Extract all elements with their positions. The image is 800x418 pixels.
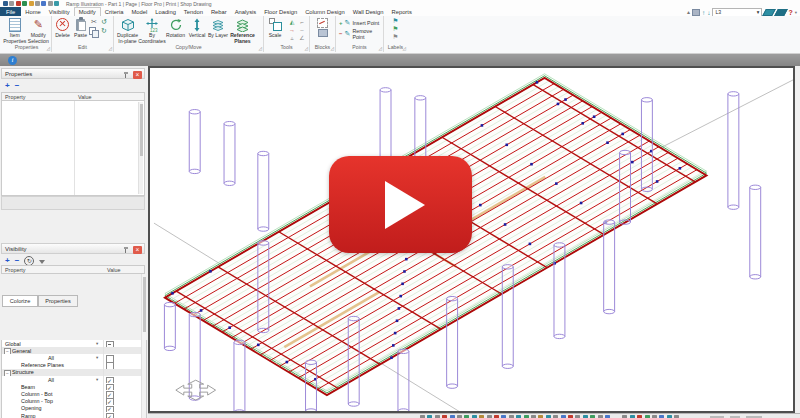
paste-button[interactable]: Paste	[72, 17, 89, 39]
copy-icon[interactable]	[89, 27, 99, 37]
tab-home[interactable]: Home	[21, 7, 44, 16]
quick-access-icon[interactable]	[22, 1, 27, 6]
quick-access-icon[interactable]	[29, 1, 34, 6]
dialog-launcher-icon[interactable]: ◿	[305, 46, 308, 51]
scrollbar[interactable]	[138, 102, 143, 194]
quick-access-icon[interactable]	[35, 1, 40, 6]
tab-floor-design[interactable]: Floor Design	[260, 7, 301, 16]
row-label: Global	[5, 341, 21, 347]
chevron-down-icon[interactable]: ▾	[96, 341, 98, 346]
remove-filter-button[interactable]: −	[15, 256, 20, 265]
pin-icon[interactable]	[123, 72, 128, 78]
tab-criteria[interactable]: Criteria	[101, 7, 128, 16]
scale-button[interactable]: Scale	[265, 17, 285, 39]
chevron-down-icon[interactable]: ▾	[96, 355, 98, 360]
visibility-row-ramp[interactable]: Ramp	[2, 412, 144, 418]
tab-loading[interactable]: Loading	[151, 7, 180, 16]
add-filter-button[interactable]: +	[5, 256, 10, 265]
rotation-button[interactable]: Rotation	[164, 17, 187, 39]
filter-icon[interactable]	[39, 260, 45, 264]
block-grid-icon[interactable]	[317, 18, 328, 28]
application-window: { "window": { "title": "Ramp Illustratio…	[0, 0, 800, 418]
group-caption: Labels	[388, 44, 403, 50]
mirror-icon[interactable]: ◭	[288, 18, 296, 26]
label-tag-icon[interactable]: ⚑	[393, 17, 399, 25]
quick-access-icon[interactable]	[3, 1, 8, 6]
dialog-launcher-icon[interactable]: ◿	[109, 46, 112, 51]
dash-icon[interactable]: –	[298, 26, 306, 34]
group-caption: Properties	[15, 44, 39, 50]
item-properties-button[interactable]: Item Properties	[3, 17, 27, 44]
quick-access-icon[interactable]	[48, 1, 53, 6]
chevron-down-icon[interactable]: ▾	[96, 377, 98, 382]
remove-property-button[interactable]: −	[15, 81, 20, 90]
scrollbar-thumb[interactable]	[143, 277, 146, 332]
tab-properties[interactable]: Properties	[38, 295, 78, 307]
duplicate-in-plane-button[interactable]: Duplicate In-plane	[115, 17, 140, 44]
pin-icon[interactable]	[123, 247, 128, 253]
block-icon[interactable]	[318, 29, 328, 37]
row-label: Structure	[12, 369, 34, 375]
ribbon-group-labels: ⚑ ⚑ ⚑ Labels ◿	[384, 16, 407, 52]
properties-panel-header[interactable]: Properties ×	[1, 68, 145, 79]
tab-tendon[interactable]: Tendon	[180, 7, 207, 16]
refresh-icon[interactable]: ↻	[24, 256, 34, 266]
delete-button[interactable]: Delete	[53, 17, 72, 39]
label-tag-icon[interactable]: ⚑	[393, 25, 399, 33]
dialog-launcher-icon[interactable]: ◿	[331, 46, 334, 51]
properties-grid[interactable]	[1, 101, 145, 196]
undo-icon[interactable]: ↺	[101, 18, 107, 26]
dialog-launcher-icon[interactable]: ◿	[259, 46, 262, 51]
cut-icon[interactable]: ✂	[91, 18, 97, 26]
tab-reports[interactable]: Reports	[388, 7, 416, 16]
ribbon: Item Properties ✎ Modify Selection Prope…	[0, 16, 800, 54]
quick-access-icon[interactable]	[41, 1, 46, 6]
scrollbar-thumb[interactable]	[140, 104, 143, 156]
properties-grid-header: Property Value	[1, 92, 145, 101]
tab-analysis[interactable]: Analysis	[231, 7, 261, 16]
tab-file[interactable]: File	[0, 7, 21, 16]
angle-icon[interactable]: ∠	[298, 34, 306, 42]
visibility-tree[interactable]: ▾Global−General▾AllReference Planes−Stru…	[1, 340, 147, 418]
tab-colorize[interactable]: Colorize	[2, 295, 38, 307]
properties-toolbar: + −	[2, 80, 147, 91]
dialog-launcher-icon[interactable]: ◿	[379, 46, 382, 51]
redo-icon[interactable]: ↻	[101, 27, 107, 35]
plane-view-icon-2[interactable]	[775, 9, 789, 16]
drawing-canvas[interactable]	[148, 66, 795, 413]
cube-view-icon[interactable]	[692, 9, 700, 16]
orientation-axes-icon	[176, 380, 216, 400]
youtube-play-button[interactable]	[329, 156, 472, 253]
quick-access-icon[interactable]	[16, 1, 21, 6]
tab-column-design[interactable]: Column Design	[301, 7, 349, 16]
row-label: All	[48, 377, 54, 383]
by-coordinates-button[interactable]: 123 By Coordinates	[140, 17, 164, 44]
tab-rebar[interactable]: Rebar	[207, 7, 231, 16]
tab-visibility[interactable]: Visibility	[45, 7, 74, 16]
close-panel-button[interactable]: ×	[133, 246, 142, 254]
visibility-checkbox[interactable]	[106, 413, 114, 418]
tab-model[interactable]: Model	[127, 7, 151, 16]
dialog-launcher-icon[interactable]: ◿	[47, 46, 50, 51]
label-tag-icon[interactable]: ⚑	[393, 33, 399, 41]
reference-planes-button[interactable]: Reference Planes	[229, 17, 256, 44]
remove-point-button[interactable]: − ✎ Remove Point	[339, 28, 382, 39]
dialog-launcher-icon[interactable]: ◿	[403, 46, 406, 51]
quick-access-icon[interactable]	[9, 1, 14, 6]
info-icon[interactable]: i	[8, 56, 17, 65]
corner-line-icon[interactable]: ⌐	[298, 18, 306, 26]
vertical-button[interactable]: Vertical	[187, 17, 207, 39]
quick-access-icon[interactable]	[54, 1, 59, 6]
by-layer-button[interactable]: By Layer	[207, 17, 229, 39]
visibility-panel-header[interactable]: Visibility ×	[1, 243, 145, 254]
triangle-icon[interactable]: ▵	[288, 34, 296, 42]
stretch-arrow-icon[interactable]: →	[288, 26, 296, 34]
ribbon-group-copy-move: Duplicate In-plane 123 By Coordinates Ro…	[114, 16, 264, 52]
group-caption: Blocks	[315, 44, 330, 50]
scrollbar[interactable]	[141, 274, 146, 418]
modify-selection-button[interactable]: ✎ Modify Selection	[27, 17, 51, 44]
tab-wall-design[interactable]: Wall Design	[349, 7, 388, 16]
insert-point-button[interactable]: + ✎ Insert Point	[339, 17, 379, 28]
add-property-button[interactable]: +	[5, 81, 10, 90]
close-panel-button[interactable]: ×	[133, 71, 142, 79]
